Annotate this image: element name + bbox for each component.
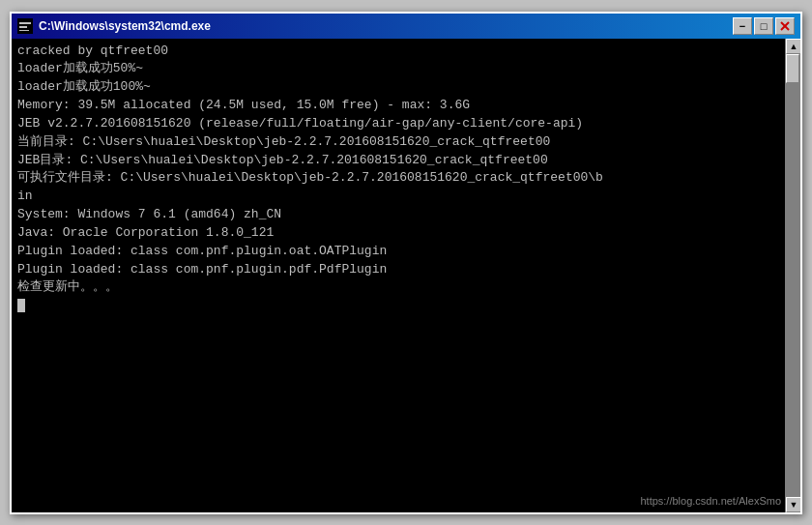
cmd-window: C:\Windows\system32\cmd.exe − □ cracked …	[10, 12, 802, 514]
title-bar: C:\Windows\system32\cmd.exe − □	[12, 14, 800, 39]
close-button[interactable]	[775, 17, 795, 35]
maximize-button[interactable]: □	[754, 17, 773, 35]
window-controls: − □	[733, 17, 795, 35]
svg-rect-3	[19, 30, 29, 31]
minimize-button[interactable]: −	[733, 17, 752, 35]
cursor	[17, 299, 25, 312]
cmd-icon	[17, 18, 33, 34]
svg-rect-2	[19, 26, 27, 28]
scrollbar-thumb[interactable]	[786, 54, 799, 83]
scrollbar[interactable]: ▲ ▼	[785, 39, 800, 512]
watermark: https://blog.csdn.net/AlexSmo	[640, 495, 781, 507]
console-area: cracked by qtfreet00 loader加载成功50%~ load…	[12, 39, 800, 512]
title-bar-left: C:\Windows\system32\cmd.exe	[17, 18, 211, 34]
window-title: C:\Windows\system32\cmd.exe	[39, 19, 211, 33]
console-output: cracked by qtfreet00 loader加载成功50%~ load…	[17, 43, 779, 316]
scroll-up-button[interactable]: ▲	[786, 39, 800, 54]
scroll-down-button[interactable]: ▼	[786, 497, 800, 512]
scrollbar-track[interactable]	[786, 54, 800, 497]
svg-rect-1	[19, 22, 31, 24]
console-content: cracked by qtfreet00 loader加载成功50%~ load…	[12, 39, 785, 512]
